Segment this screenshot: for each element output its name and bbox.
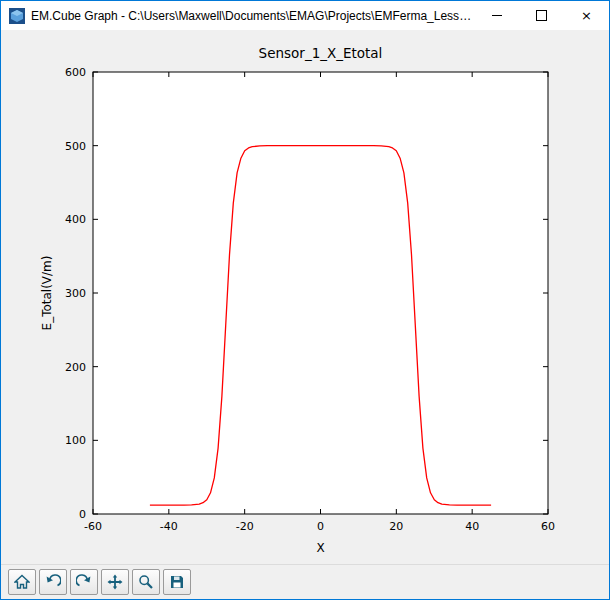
back-arrow-icon [45, 574, 61, 590]
y-tick-label: 600 [65, 66, 86, 79]
figure-area: -60-40-2002040600100200300400500600Senso… [1, 30, 609, 564]
zoom-button[interactable] [132, 569, 160, 595]
minimize-button[interactable] [474, 1, 519, 30]
home-button[interactable] [8, 569, 36, 595]
save-icon [169, 574, 185, 590]
x-axis-label: X [316, 541, 324, 555]
x-tick-label: 40 [465, 520, 479, 533]
close-button[interactable]: × [564, 1, 609, 30]
y-tick-label: 100 [65, 434, 86, 447]
chart-title: Sensor_1_X_Etotal [259, 45, 383, 61]
titlebar: EM.Cube Graph - C:\Users\Maxwell\Documen… [1, 1, 609, 30]
maximize-icon [536, 10, 547, 21]
x-tick-label: -40 [160, 520, 178, 533]
x-tick-label: 0 [317, 520, 324, 533]
x-tick-label: 60 [541, 520, 555, 533]
close-icon: × [581, 8, 592, 23]
magnifier-icon [138, 574, 154, 590]
y-tick-label: 200 [65, 361, 86, 374]
y-tick-label: 500 [65, 140, 86, 153]
app-window: EM.Cube Graph - C:\Users\Maxwell\Documen… [0, 0, 610, 600]
forward-button[interactable] [70, 569, 98, 595]
forward-arrow-icon [76, 574, 92, 590]
window-title: EM.Cube Graph - C:\Users\Maxwell\Documen… [31, 9, 474, 23]
x-tick-label: 20 [389, 520, 403, 533]
y-tick-label: 400 [65, 213, 86, 226]
plot-canvas[interactable]: -60-40-2002040600100200300400500600Senso… [29, 38, 577, 562]
x-tick-label: -60 [84, 520, 102, 533]
app-icon [9, 8, 25, 24]
save-button[interactable] [163, 569, 191, 595]
maximize-button[interactable] [519, 1, 564, 30]
y-axis-label: E_Total(V/m) [40, 256, 54, 331]
x-tick-label: -20 [236, 520, 254, 533]
window-controls: × [474, 1, 609, 30]
y-tick-label: 0 [79, 508, 86, 521]
home-icon [14, 574, 30, 590]
pan-button[interactable] [101, 569, 129, 595]
y-tick-label: 300 [65, 287, 86, 300]
minimize-icon [492, 15, 502, 16]
back-button[interactable] [39, 569, 67, 595]
axes-frame [93, 72, 548, 514]
move-icon [107, 574, 123, 590]
plot-toolbar [1, 564, 609, 599]
